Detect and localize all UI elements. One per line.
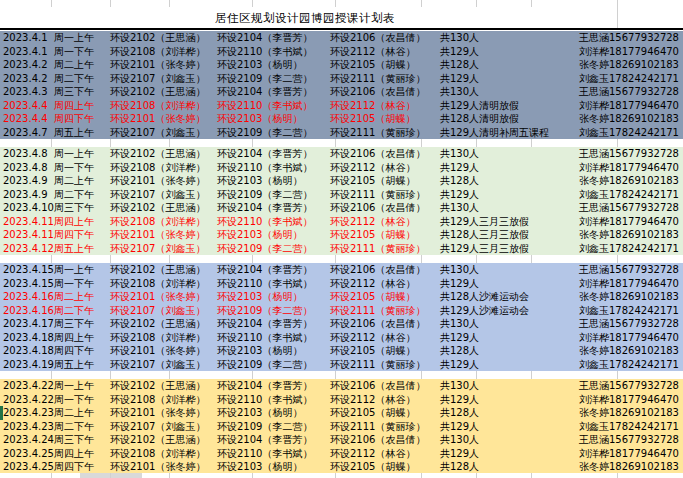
cell-note[interactable] <box>478 344 578 358</box>
cell-class1[interactable]: 环设2107（刘鑫玉） <box>108 188 217 202</box>
cell-note[interactable] <box>478 188 578 202</box>
cell-class2[interactable]: 环设2103（杨明） <box>217 58 330 72</box>
cell-class3[interactable]: 环设2106（农昌倩） <box>330 201 440 215</box>
cell-phone[interactable]: 张冬婷18269102183 <box>578 228 683 242</box>
cell-class1[interactable]: 环设2108（刘洋桦） <box>108 99 217 113</box>
cell-date[interactable]: 2023.4.18 <box>0 344 52 358</box>
cell-date[interactable]: 2023.4.11 <box>0 228 52 242</box>
cell-class1[interactable]: 环设2101（张冬婷） <box>108 58 217 72</box>
cell-phone[interactable]: 张冬婷18269102183 <box>578 344 683 358</box>
cell-class3[interactable]: 环设2106（农昌倩） <box>330 85 440 99</box>
cell-class3[interactable]: 环设2111（黄丽珍） <box>330 188 440 202</box>
cell-class1[interactable]: 环设2102（王思涵） <box>108 263 217 277</box>
cell-class1[interactable]: 环设2101（张冬婷） <box>108 344 217 358</box>
cell-session[interactable]: 周四下午 <box>52 344 108 358</box>
cell-class3[interactable]: 环设2111（黄丽珍） <box>330 358 440 372</box>
cell-class1[interactable]: 环设2108（刘洋桦） <box>108 331 217 345</box>
cell-class1[interactable]: 环设2101（张冬婷） <box>108 228 217 242</box>
cell-class1[interactable]: 环设2107（刘鑫玉） <box>108 126 217 140</box>
cell-class3[interactable]: 环设2111（黄丽珍） <box>330 72 440 86</box>
cell-class1[interactable]: 环设2102（王思涵） <box>108 147 217 161</box>
cell-phone[interactable]: 张冬婷18269102183 <box>578 58 683 72</box>
cell-note[interactable]: 沙滩运动会 <box>478 290 578 304</box>
cell-session[interactable]: 周四上午 <box>52 447 108 461</box>
cell-date[interactable]: 2023.4.25 <box>0 447 52 461</box>
cell-count[interactable]: 共130人 <box>440 433 478 447</box>
cell-phone[interactable]: 刘洋桦18177946470 <box>578 331 683 345</box>
cell-count[interactable]: 共129人 <box>440 161 478 175</box>
cell-date[interactable]: 2023.4.15 <box>0 263 52 277</box>
cell-session[interactable]: 周一下午 <box>52 161 108 175</box>
cell-note[interactable] <box>478 45 578 59</box>
cell-date[interactable]: 2023.4.16 <box>0 290 52 304</box>
cell-note[interactable] <box>478 317 578 331</box>
cell-phone[interactable]: 刘鑫玉17824242171 <box>578 126 683 140</box>
cell-note[interactable]: 三月三放假 <box>478 215 578 229</box>
cell-count[interactable]: 共129人 <box>440 72 478 86</box>
cell-class1[interactable]: 环设2101（张冬婷） <box>108 174 217 188</box>
cell-phone[interactable]: 张冬婷18269102183 <box>578 290 683 304</box>
cell-class1[interactable]: 环设2101（张冬婷） <box>108 290 217 304</box>
cell-note[interactable] <box>478 393 578 407</box>
cell-note[interactable] <box>478 85 578 99</box>
cell-session[interactable]: 周四下午 <box>52 460 108 474</box>
cell-session[interactable]: 周四上午 <box>52 215 108 229</box>
cell-phone[interactable]: 刘洋桦18177946470 <box>578 447 683 461</box>
cell-class1[interactable]: 环设2108（刘洋桦） <box>108 215 217 229</box>
cell-date[interactable]: 2023.4.1 <box>0 45 52 59</box>
cell-date[interactable]: 2023.4.4 <box>0 112 52 126</box>
cell-class3[interactable]: 环设2112（林谷） <box>330 277 440 291</box>
cell-date[interactable]: 2023.4.17 <box>0 317 52 331</box>
cell-date[interactable]: 2023.4.18 <box>0 331 52 345</box>
cell-count[interactable]: 共129人 <box>440 126 478 140</box>
cell-class1[interactable]: 环设2108（刘洋桦） <box>108 277 217 291</box>
cell-phone[interactable]: 张冬婷18269102183 <box>578 406 683 420</box>
cell-class2[interactable]: 环设2110（李书斌） <box>217 45 330 59</box>
cell-phone[interactable]: 王思涵15677932728 <box>578 31 683 45</box>
cell-note[interactable]: 清明补周五课程 <box>478 126 578 140</box>
cell-class2[interactable]: 环设2110（李书斌） <box>217 161 330 175</box>
cell-phone[interactable]: 张冬婷18269102183 <box>578 460 683 474</box>
cell-count[interactable]: 共130人 <box>440 317 478 331</box>
cell-count[interactable]: 共129人 <box>440 99 478 113</box>
cell-note[interactable]: 三月三放假 <box>478 242 578 256</box>
cell-note[interactable] <box>478 201 578 215</box>
cell-count[interactable]: 共130人 <box>440 85 478 99</box>
cell-class3[interactable]: 环设2106（农昌倩） <box>330 379 440 393</box>
cell-date[interactable]: 2023.4.9 <box>0 188 52 202</box>
cell-class1[interactable]: 环设2101（张冬婷） <box>108 406 217 420</box>
cell-note[interactable] <box>478 174 578 188</box>
cell-count[interactable]: 共129人 <box>440 188 478 202</box>
cell-class3[interactable]: 环设2111（黄丽珍） <box>330 420 440 434</box>
cell-count[interactable]: 共130人 <box>440 147 478 161</box>
cell-note[interactable] <box>478 277 578 291</box>
cell-phone[interactable]: 刘洋桦18177946470 <box>578 215 683 229</box>
cell-phone[interactable]: 王思涵15677932728 <box>578 379 683 393</box>
cell-note[interactable] <box>478 161 578 175</box>
cell-session[interactable]: 周二下午 <box>52 72 108 86</box>
cell-class2[interactable]: 环设2104（李晋芳） <box>217 147 330 161</box>
cell-session[interactable]: 周二下午 <box>52 188 108 202</box>
cell-class3[interactable]: 环设2106（农昌倩） <box>330 433 440 447</box>
cell-session[interactable]: 周一上午 <box>52 263 108 277</box>
cell-note[interactable] <box>478 331 578 345</box>
cell-count[interactable]: 共129人 <box>440 447 478 461</box>
cell-session[interactable]: 周一下午 <box>52 393 108 407</box>
cell-session[interactable]: 周一上午 <box>52 379 108 393</box>
cell-session[interactable]: 周五上午 <box>52 126 108 140</box>
cell-note[interactable] <box>478 447 578 461</box>
cell-note[interactable] <box>478 58 578 72</box>
cell-note[interactable] <box>478 433 578 447</box>
cell-class1[interactable]: 环设2101（张冬婷） <box>108 460 217 474</box>
cell-class2[interactable]: 环设2109（李二营） <box>217 188 330 202</box>
cell-note[interactable] <box>478 460 578 474</box>
cell-class3[interactable]: 环设2105（胡蝶） <box>330 406 440 420</box>
cell-class3[interactable]: 环设2106（农昌倩） <box>330 317 440 331</box>
cell-session[interactable]: 周五上午 <box>52 242 108 256</box>
cell-date[interactable]: 2023.4.24 <box>0 433 52 447</box>
cell-note[interactable] <box>478 31 578 45</box>
cell-class2[interactable]: 环设2103（杨明） <box>217 290 330 304</box>
cell-class2[interactable]: 环设2109（李二营） <box>217 304 330 318</box>
cell-count[interactable]: 共130人 <box>440 201 478 215</box>
cell-phone[interactable]: 刘鑫玉17824242171 <box>578 72 683 86</box>
